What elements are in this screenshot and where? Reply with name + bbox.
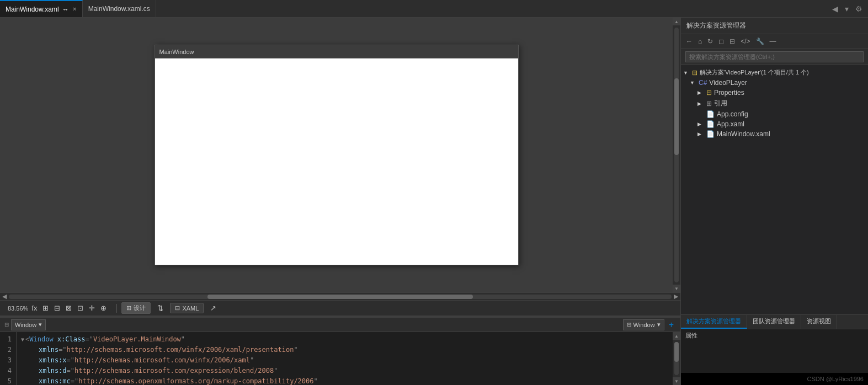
app-xaml-icon: 📄 [706, 120, 715, 128]
xpath-left: ⊟ Window ▾ [4, 319, 338, 330]
xpath-selector-right-label: Window [633, 322, 655, 328]
solution-label: 解决方案'VideoPLayer'(1 个项目/共 1 个) [700, 68, 864, 77]
panel-tab-resources-label: 资源视图 [807, 318, 831, 324]
line-num-3: 3 [4, 355, 12, 366]
properties-panel: 属性 [681, 329, 868, 373]
code-line-1: ▼ <Window x:Class="VideoPLayer.MainWindo… [21, 334, 668, 345]
design-label: 设计 [134, 304, 146, 312]
scroll-right-btn[interactable]: ▶ [674, 293, 678, 300]
panel-tab-solution[interactable]: 解决方案资源管理器 [681, 315, 747, 329]
tree-view: ▼ ⊟ 解决方案'VideoPLayer'(1 个项目/共 1 个) ▼ C# … [681, 65, 868, 314]
tab-bar: MainWindow.xaml ↔ ✕ MainWindow.xaml.cs ◀… [0, 0, 868, 18]
h-scroll-thumb [207, 295, 472, 299]
se-home-btn[interactable]: ⌂ [696, 36, 704, 46]
search-input[interactable] [685, 51, 864, 62]
h-scroll-track[interactable] [9, 295, 672, 299]
window-titlebar: MainWindow [155, 45, 518, 58]
properties-icon: ⊟ [706, 89, 712, 97]
tree-properties[interactable]: ▶ ⊟ Properties [681, 88, 868, 98]
preview-window-title: MainWindow [159, 49, 194, 55]
move-tool-btn[interactable]: ✛ [87, 303, 97, 313]
panel-tab-team[interactable]: 团队资源管理器 [747, 315, 801, 329]
snap-grid-btn2[interactable]: ⊠ [63, 303, 74, 313]
mainwindow-xaml-label: MainWindow.xaml [717, 130, 864, 138]
tree-project[interactable]: ▼ C# VideoPLayer [681, 78, 868, 88]
design-mode-btn[interactable]: ⊞ 设计 [121, 302, 151, 314]
properties-label: Properties [714, 89, 864, 97]
references-icon: ⊞ [706, 100, 712, 108]
tab-settings-gear[interactable]: ⚙ [853, 3, 865, 14]
se-stop-btn[interactable]: ◻ [717, 36, 726, 46]
se-filter-btn[interactable]: ⊟ [728, 36, 737, 46]
app-config-label: App.config [717, 110, 864, 118]
xaml-editor-area: ⊟ Window ▾ ⊟ Window ▾ + [0, 318, 680, 385]
scroll-left-btn[interactable]: ◀ [2, 293, 7, 300]
se-refresh-btn[interactable]: ↻ [706, 36, 715, 46]
open-in-editor-btn[interactable]: ↗ [208, 303, 219, 313]
references-label: 引用 [714, 99, 864, 108]
se-back-btn[interactable]: ← [684, 36, 694, 46]
collapse-1[interactable]: ▼ [21, 334, 24, 345]
tree-solution-root[interactable]: ▼ ⊟ 解决方案'VideoPLayer'(1 个项目/共 1 个) [681, 67, 868, 78]
panel-tab-solution-label: 解决方案资源管理器 [686, 318, 741, 324]
xaml-v-scroll-down[interactable]: ▼ [673, 377, 680, 385]
app-xaml-arrow: ▶ [697, 121, 704, 127]
tab-dropdown[interactable]: ▾ [843, 3, 851, 14]
tab-mainwindow-cs[interactable]: MainWindow.xaml.cs [83, 0, 156, 17]
xpath-selector-right[interactable]: ⊟ Window ▾ [623, 319, 664, 330]
tree-mainwindow-xaml[interactable]: ▶ 📄 MainWindow.xaml [681, 129, 868, 139]
zoom-tool-btn[interactable]: ⊕ [98, 303, 109, 313]
code-line-3: xmlns:x="http://schemas.microsoft.com/wi… [21, 355, 668, 366]
code-line-5: xmlns:mc="http://schemas.openxmlformats.… [21, 376, 668, 385]
solution-explorer-toolbar: ← ⌂ ↻ ◻ ⊟ </> 🔧 — [681, 34, 868, 49]
app-xaml-label: App.xaml [717, 120, 864, 128]
top-half: MainWindow ▲ ▼ ◀ [0, 18, 680, 316]
toolbar-sep1 [116, 304, 117, 313]
tree-app-config[interactable]: ▶ 📄 App.config [681, 109, 868, 119]
references-arrow: ▶ [697, 101, 704, 106]
search-bar [681, 49, 868, 65]
swap-panes-btn[interactable]: ⇅ [155, 303, 166, 313]
xaml-icon: ⊟ [175, 304, 180, 312]
xpath-selector-left[interactable]: Window ▾ [11, 319, 46, 330]
v-scroll-track[interactable] [674, 28, 679, 282]
zoom-formula-btn[interactable]: fx [29, 303, 39, 313]
se-minus-btn[interactable]: — [768, 36, 778, 46]
xpath-selector-left-label: Window [15, 322, 36, 328]
xaml-v-scrollbar: ▲ ▼ [673, 332, 680, 385]
se-props-btn[interactable]: 🔧 [754, 36, 766, 46]
properties-title: 属性 [685, 331, 864, 340]
grid-snap-btn[interactable]: ⊞ [40, 303, 51, 313]
window-content [155, 58, 518, 265]
xaml-v-scroll-up[interactable]: ▲ [673, 332, 680, 340]
zoom-bar: 83.56% fx ⊞ ⊟ ⊠ ⊡ ✛ ⊕ [4, 303, 112, 313]
fit-page-btn[interactable]: ⊡ [75, 303, 86, 313]
xpath-dropdown-left: ▾ [39, 321, 42, 328]
v-scroll-up[interactable]: ▲ [673, 18, 680, 25]
tree-references[interactable]: ▶ ⊞ 引用 [681, 98, 868, 109]
line-num-5: 5 [4, 376, 12, 385]
code-content[interactable]: ▼ <Window x:Class="VideoPLayer.MainWindo… [17, 332, 673, 385]
window-preview: MainWindow [155, 45, 519, 265]
tab-mainwindow-xaml-close[interactable]: ✕ [72, 6, 77, 12]
tree-app-xaml[interactable]: ▶ 📄 App.xaml [681, 119, 868, 129]
v-scroll-down[interactable]: ▼ [673, 285, 680, 292]
snap-lines-btn[interactable]: ⊟ [52, 303, 62, 313]
xaml-add-btn[interactable]: + [667, 320, 676, 330]
tab-mainwindow-xaml[interactable]: MainWindow.xaml ↔ ✕ [0, 0, 83, 17]
xaml-mode-btn[interactable]: ⊟ XAML [170, 303, 204, 313]
tab-scroll-left[interactable]: ◀ [830, 3, 840, 14]
se-code-btn[interactable]: </> [739, 36, 752, 46]
solution-expand-arrow: ▼ [683, 70, 690, 76]
line-num-1: 1 [4, 334, 12, 345]
panel-tab-resources[interactable]: 资源视图 [801, 315, 837, 329]
solution-explorer: 解决方案资源管理器 ← ⌂ ↻ ◻ ⊟ </> 🔧 — ▼ ⊟ 解决方案'Vid [681, 18, 868, 314]
tab-mainwindow-xaml-modified: ↔ [62, 6, 69, 13]
main-area: MainWindow ▲ ▼ ◀ [0, 18, 868, 385]
watermark-text: CSDN @LyRics1996 [807, 376, 864, 382]
properties-arrow: ▶ [697, 90, 704, 95]
xaml-label: XAML [182, 305, 199, 312]
xaml-v-scroll-thumb [674, 342, 679, 362]
watermark-area: CSDN @LyRics1996 [681, 373, 868, 385]
xaml-v-scroll-track[interactable] [674, 342, 679, 375]
